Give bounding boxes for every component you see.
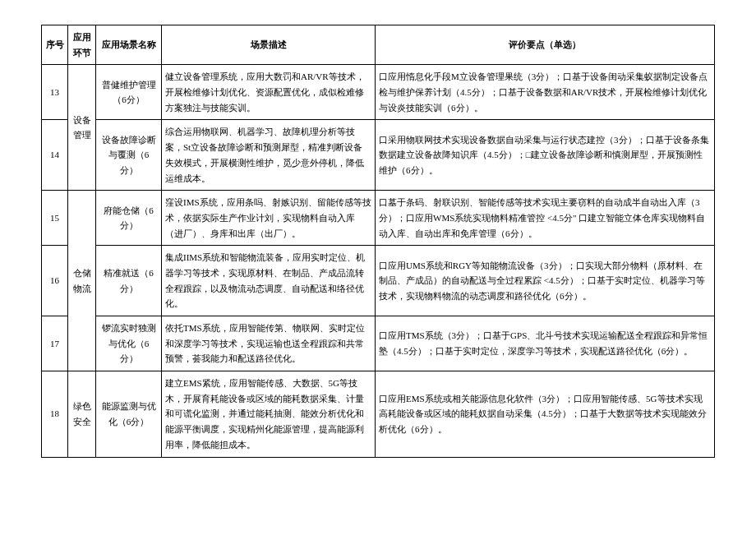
eval-cell: 口墓于条码、射联识别、智能传感等技术实现主要窃料的自动成半自动出入库（3分）；口… bbox=[376, 191, 715, 246]
branch-cell: 仓储物流 bbox=[68, 191, 96, 371]
desc-cell: 建立EMS紧统，应用智能传感、大数据、5G等技木，开展育耗能设备或区域的能耗数据… bbox=[162, 371, 376, 457]
name-cell: 能源监测与优化（6分） bbox=[96, 371, 162, 457]
header-eval: 评价要点（单选） bbox=[376, 25, 715, 65]
desc-cell: 窪设IMS系统，应用条吗、射嫉识别、留能传感等技术，依据实际生产作业计刘，实现物… bbox=[162, 191, 376, 246]
seq-cell: 14 bbox=[42, 120, 68, 191]
eval-cell: 口应用惰息化手段M立设备管理果统（3分）；口基于设备闺动采集蚁据制定设备点检与维… bbox=[376, 65, 715, 120]
eval-cell: 口应用EMS系统或相关能源信息化软件（3分）；口应用智能传感、5G等技术实现高耗… bbox=[376, 371, 715, 457]
name-cell: 锣流实时独测与优化（6分） bbox=[96, 316, 162, 371]
desc-cell: 综合运用物联网、机器学习、故障机理分析等技案，St立设备故障诊断和预测犀型，精准… bbox=[162, 120, 376, 191]
branch-cell: 绿色安全 bbox=[68, 371, 96, 457]
eval-cell: 口应用TMS系统（3分）；口基于GPS、北斗号技术实现运输配送全程跟踪和异常恒塾… bbox=[376, 316, 715, 371]
seq-cell: 16 bbox=[42, 246, 68, 316]
table-row: 17 锣流实时独测与优化（6分） 依托TMS系统，应用智能传第、物联网、实时定位… bbox=[42, 316, 715, 371]
name-cell: 设备故障诊断与覆测（6分） bbox=[96, 120, 162, 191]
table-row: 16 精准就送（6分） 集成IIMS系统和智能物流装备，应用实时定位、机器学习等… bbox=[42, 246, 715, 316]
header-seq: 序号 bbox=[42, 25, 68, 65]
header-desc: 场景描述 bbox=[162, 25, 376, 65]
branch-cell: 设备管理 bbox=[68, 65, 96, 191]
seq-cell: 13 bbox=[42, 65, 68, 120]
desc-cell: 依托TMS系统，应用智能传第、物联网、实时定位和深度学习等技术，实现运输也送全程… bbox=[162, 316, 376, 371]
table-row: 13 设备管理 普健维护管理（6分） 健立设备管理系统，应用大数罚和AR/VR等… bbox=[42, 65, 715, 120]
desc-cell: 健立设备管理系统，应用大数罚和AR/VR等技术，开展检维修计划优化、资源配置优化… bbox=[162, 65, 376, 120]
header-branch: 应用环节 bbox=[68, 25, 96, 65]
header-row: 序号 应用环节 应用场景名称 场景描述 评价要点（单选） bbox=[42, 25, 715, 65]
table-row: 18 绿色安全 能源监测与优化（6分） 建立EMS紧统，应用智能传感、大数据、5… bbox=[42, 371, 715, 457]
name-cell: 普健维护管理（6分） bbox=[96, 65, 162, 120]
eval-cell: 口采用物联网技术实现设备数据自动采集与运行状态建控（3分）；口基于设备条集数据建… bbox=[376, 120, 715, 191]
seq-cell: 17 bbox=[42, 316, 68, 371]
table-row: 14 设备故障诊断与覆测（6分） 综合运用物联网、机器学习、故障机理分析等技案，… bbox=[42, 120, 715, 191]
name-cell: 精准就送（6分） bbox=[96, 246, 162, 316]
header-name: 应用场景名称 bbox=[96, 25, 162, 65]
scenario-table: 序号 应用环节 应用场景名称 场景描述 评价要点（单选） 13 设备管理 普健维… bbox=[41, 25, 715, 458]
name-cell: 府能仓储（6分） bbox=[96, 191, 162, 246]
desc-cell: 集成IIMS系统和智能物流装备，应用实时定位、机器学习等技术，实现原材料、在制品… bbox=[162, 246, 376, 316]
seq-cell: 18 bbox=[42, 371, 68, 457]
eval-cell: 口应用UMS系统和RGY等知能物流设备（3分）；口实现大部分物料（原材料、在制品… bbox=[376, 246, 715, 316]
table-row: 15 仓储物流 府能仓储（6分） 窪设IMS系统，应用条吗、射嫉识别、留能传感等… bbox=[42, 191, 715, 246]
seq-cell: 15 bbox=[42, 191, 68, 246]
